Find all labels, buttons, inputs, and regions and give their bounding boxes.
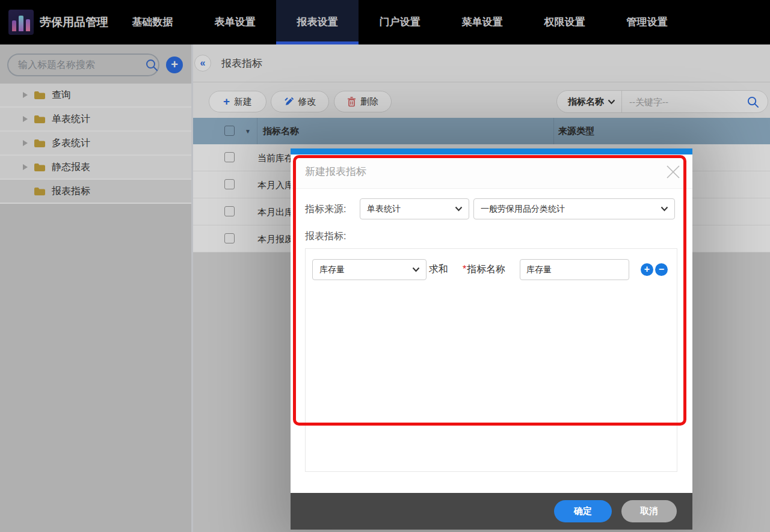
indicator-rows-container: 库存量 求和 *指标名称 + − <box>305 248 677 472</box>
indicator-field-value: 库存量 <box>319 264 412 275</box>
indicator-name-input[interactable] <box>520 259 629 280</box>
confirm-button[interactable]: 确定 <box>554 500 612 522</box>
modal-title: 新建报表指标 <box>305 154 366 189</box>
chevron-down-icon <box>412 267 420 272</box>
indicator-field-select[interactable]: 库存量 <box>312 259 427 280</box>
indicator-name-label: *指标名称 <box>463 263 505 276</box>
new-report-indicator-dialog: 新建报表指标 指标来源: 单表统计 一般劳保用品分类统计 报表指标: 库存量 求… <box>291 148 692 530</box>
source-form-select[interactable]: 一般劳保用品分类统计 <box>473 198 675 219</box>
aggregation-label: 求和 <box>429 263 448 276</box>
chevron-down-icon <box>661 206 668 212</box>
source-type-value: 单表统计 <box>367 204 455 215</box>
required-asterisk: * <box>463 264 466 274</box>
modal-footer: 确定 取消 <box>291 493 692 530</box>
indicator-source-label: 指标来源: <box>305 203 346 216</box>
indicator-name-label-text: 指标名称 <box>467 264 505 274</box>
add-indicator-row-button[interactable]: + <box>641 263 653 276</box>
cancel-button[interactable]: 取消 <box>621 500 677 522</box>
modal-header: 新建报表指标 <box>291 154 692 189</box>
modal-accent-bar <box>291 148 692 154</box>
source-form-value: 一般劳保用品分类统计 <box>481 204 661 215</box>
chevron-down-icon <box>455 206 463 212</box>
source-type-select[interactable]: 单表统计 <box>360 198 469 219</box>
remove-indicator-row-button[interactable]: − <box>655 263 668 276</box>
report-indicators-label: 报表指标: <box>305 230 346 243</box>
close-icon[interactable] <box>665 164 682 180</box>
